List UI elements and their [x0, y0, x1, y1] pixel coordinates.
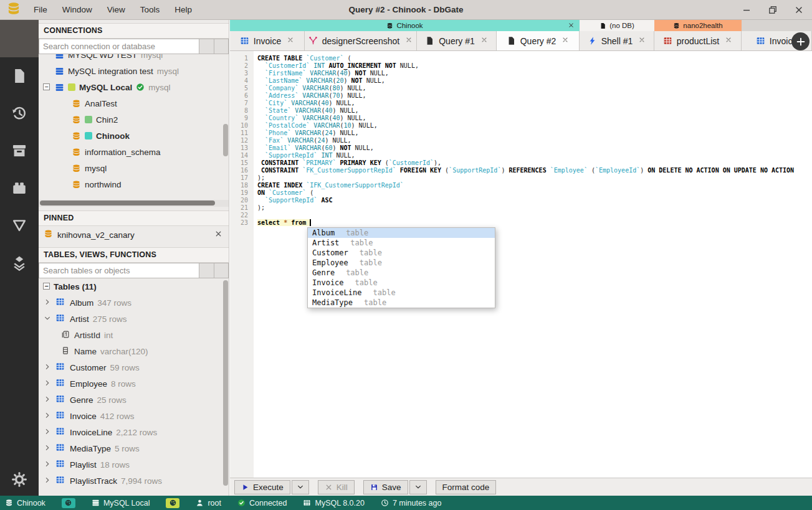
autocomplete-item[interactable]: Artisttable	[308, 238, 495, 248]
code-line[interactable]: `PostalCode` VARCHAR(10) NULL,	[257, 122, 812, 130]
code-line[interactable]: );	[257, 204, 812, 212]
code-line[interactable]: CONSTRAINT `PRIMARY` PRIMARY KEY (`Custo…	[257, 159, 812, 167]
column-row[interactable]: Namevarchar(120)	[39, 343, 229, 359]
menu-tools[interactable]: Tools	[133, 0, 168, 19]
autocomplete-item[interactable]: MediaTypetable	[308, 298, 495, 308]
connection-item[interactable]: northwind	[39, 176, 229, 192]
autocomplete-item[interactable]: Customertable	[308, 248, 495, 258]
tab-productlist[interactable]: productList	[654, 31, 742, 50]
connection-item[interactable]: information_schema	[39, 144, 229, 160]
close-tab-button[interactable]	[405, 36, 413, 45]
table-row[interactable]: Invoice412 rows	[39, 408, 229, 424]
code-line[interactable]: `Address` VARCHAR(70) NULL,	[257, 92, 812, 100]
code-line[interactable]: `Country` VARCHAR(40) NULL,	[257, 115, 812, 122]
execute-button[interactable]: Execute	[234, 480, 290, 494]
autocomplete-item[interactable]: Employeetable	[308, 258, 495, 268]
table-row[interactable]: Playlist18 rows	[39, 456, 229, 473]
code-line[interactable]: CONSTRAINT `FK_CustomerSupportRepId` FOR…	[257, 167, 812, 174]
tables-vertical-scrollbar[interactable]	[223, 280, 228, 486]
save-button[interactable]: Save	[363, 480, 408, 494]
chevron-right-icon[interactable]	[44, 412, 51, 421]
chevron-right-icon[interactable]	[44, 379, 51, 389]
code-line[interactable]: `Phone` VARCHAR(24) NULL,	[257, 130, 812, 137]
table-row[interactable]: MediaType5 rows	[39, 440, 229, 456]
table-row[interactable]: Album347 rows	[39, 295, 229, 311]
tab-shell-1[interactable]: Shell #1	[580, 31, 654, 50]
code-line[interactable]: );	[257, 174, 812, 182]
chevron-down-icon[interactable]	[44, 314, 51, 324]
activitybar-file[interactable]	[0, 57, 39, 95]
connection-item[interactable]: MYSQL WD TESTmysql	[39, 54, 229, 63]
kill-button[interactable]: Kill	[318, 480, 355, 494]
code-line[interactable]: `FirstName` VARCHAR(40) NOT NULL,	[257, 70, 812, 77]
code-line[interactable]: `SupportRepId` INT NULL,	[257, 152, 812, 159]
refresh-connections-button[interactable]	[214, 39, 229, 54]
connection-item[interactable]: Chinook	[39, 128, 229, 144]
format-code-button[interactable]: Format code	[436, 480, 497, 494]
close-group-button[interactable]	[568, 22, 575, 30]
new-tab-button[interactable]	[791, 32, 810, 50]
autocomplete-item[interactable]: Albumtable	[308, 228, 495, 238]
tables-search-input[interactable]	[39, 263, 199, 278]
activitybar-layers[interactable]	[0, 244, 39, 281]
connection-item[interactable]: mysql	[39, 160, 229, 176]
restore-button[interactable]	[767, 4, 778, 16]
connection-item[interactable]: AnalTest	[39, 95, 229, 111]
code-line[interactable]: `State` VARCHAR(40) NULL,	[257, 107, 812, 115]
pinned-item[interactable]: knihovna_v2_canary	[39, 226, 229, 243]
code-line[interactable]: `City` VARCHAR(40) NULL,	[257, 100, 812, 107]
activitybar-database[interactable]	[0, 20, 39, 57]
code-line[interactable]: `Fax` VARCHAR(24) NULL,	[257, 137, 812, 144]
code-line[interactable]: `CustomerId` INT AUTO_INCREMENT NOT NULL…	[257, 62, 812, 70]
autocomplete-item[interactable]: Genretable	[308, 268, 495, 278]
connection-item[interactable]: Chin2	[39, 111, 229, 128]
menu-view[interactable]: View	[100, 0, 133, 19]
table-row[interactable]: Artist275 rows	[39, 311, 229, 327]
tab-invoice[interactable]: Invoice	[230, 31, 305, 50]
close-tab-button[interactable]	[287, 36, 294, 45]
menu-help[interactable]: Help	[167, 0, 199, 19]
activitybar-gear[interactable]	[0, 463, 39, 496]
code-line[interactable]: CREATE INDEX `IFK_CustomerSupportRepId`	[257, 182, 812, 189]
chevron-right-icon[interactable]	[44, 395, 51, 405]
code-line[interactable]: `Company` VARCHAR(80) NULL,	[257, 85, 812, 92]
table-row[interactable]: Genre25 rows	[39, 392, 229, 408]
add-connection-button[interactable]	[199, 39, 214, 54]
activitybar-archive[interactable]	[0, 132, 39, 169]
chevron-right-icon[interactable]	[44, 298, 51, 308]
autocomplete-item[interactable]: InvoiceLinetable	[308, 288, 495, 298]
connection-item[interactable]: −MySQL Localmysql	[39, 79, 229, 95]
close-tab-button[interactable]	[480, 36, 488, 45]
code-line[interactable]: `Email` VARCHAR(60) NOT NULL,	[257, 144, 812, 152]
tables-group-row[interactable]: −Tables (11)	[39, 278, 229, 295]
code-line[interactable]: `SupportRepId` ASC	[257, 197, 812, 204]
tab-query-2[interactable]: Query #2	[497, 31, 580, 50]
code-line[interactable]: select * from	[257, 219, 812, 227]
connection-color-badge[interactable]	[62, 498, 75, 508]
close-tab-button[interactable]	[725, 36, 732, 45]
tab-designerscreenshot[interactable]: designerScreenshot	[305, 31, 417, 50]
table-row[interactable]: PlaylistTrack7,994 rows	[39, 473, 229, 489]
chevron-right-icon[interactable]	[44, 428, 51, 437]
close-tab-button[interactable]	[561, 36, 569, 45]
connections-vertical-scrollbar[interactable]	[223, 124, 228, 156]
table-row[interactable]: Employee8 rows	[39, 375, 229, 392]
tab-query-1[interactable]: Query #1	[417, 31, 497, 50]
unpin-button[interactable]	[214, 230, 222, 240]
activitybar-history[interactable]	[0, 95, 39, 132]
chevron-right-icon[interactable]	[44, 363, 51, 372]
scrollbar-thumb[interactable]	[40, 201, 215, 205]
chevron-right-icon[interactable]	[44, 460, 51, 470]
activitybar-plugins[interactable]	[0, 169, 39, 207]
code-line[interactable]: `LastName` VARCHAR(20) NOT NULL,	[257, 77, 812, 85]
table-row[interactable]: Customer59 rows	[39, 359, 229, 375]
code-line[interactable]	[257, 212, 812, 219]
collapse-expander[interactable]: −	[43, 83, 50, 90]
code-line[interactable]: ON `Customer` (	[257, 189, 812, 197]
column-row[interactable]: ArtistIdint	[39, 327, 229, 343]
save-dropdown-button[interactable]	[409, 480, 427, 494]
add-table-button[interactable]	[199, 263, 214, 278]
chevron-right-icon[interactable]	[44, 476, 51, 486]
execute-dropdown-button[interactable]	[292, 480, 309, 494]
collapse-expander[interactable]: −	[43, 283, 50, 290]
